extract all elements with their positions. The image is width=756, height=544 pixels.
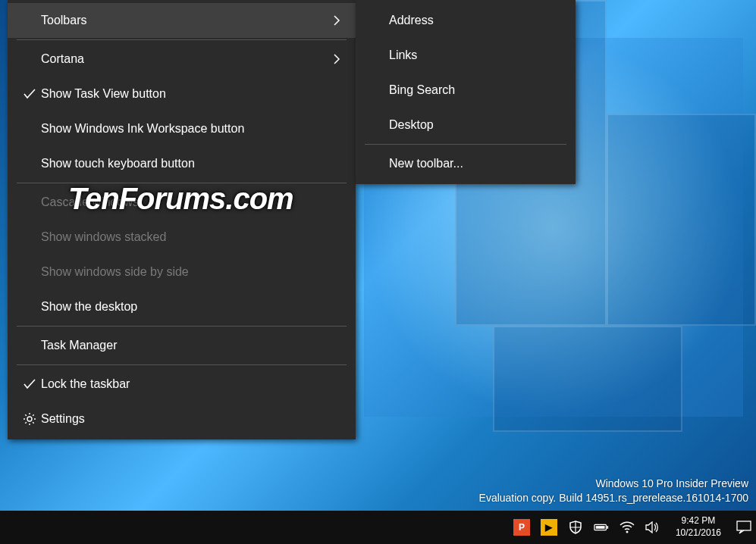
submenu-item-bing-search[interactable]: Bing Search bbox=[356, 73, 576, 108]
taskbar-clock[interactable]: 9:42 PM 10/21/2016 bbox=[671, 515, 726, 539]
menu-item-cortana[interactable]: Cortana bbox=[8, 42, 356, 77]
check-icon bbox=[18, 379, 41, 389]
menu-separator bbox=[17, 39, 347, 40]
menu-item-show-side-by-side: Show windows side by side bbox=[8, 255, 356, 289]
submenu-item-address[interactable]: Address bbox=[356, 3, 576, 38]
system-tray: P ▶ 9:42 PM 10/21/2016 bbox=[513, 515, 751, 539]
menu-label: Address bbox=[389, 14, 560, 27]
tray-app-icon[interactable]: ▶ bbox=[541, 519, 557, 536]
menu-label: Show Windows Ink Workspace button bbox=[41, 122, 325, 136]
taskbar[interactable]: P ▶ 9:42 PM 10/21/2016 bbox=[0, 511, 756, 544]
menu-item-task-manager[interactable]: Task Manager bbox=[8, 328, 356, 363]
desktop-decoration bbox=[607, 114, 756, 326]
menu-item-lock-taskbar[interactable]: Lock the taskbar bbox=[8, 367, 356, 402]
submenu-item-desktop[interactable]: Desktop bbox=[356, 108, 576, 142]
menu-item-cascade-windows: Cascade windows bbox=[8, 185, 356, 220]
menu-label: Show Task View button bbox=[41, 87, 325, 101]
svg-rect-4 bbox=[737, 521, 751, 530]
svg-rect-2 bbox=[596, 526, 605, 529]
watermark-line2: Evaluation copy. Build 14951.rs_prerelea… bbox=[479, 491, 748, 506]
menu-label: Cortana bbox=[41, 52, 325, 66]
menu-separator bbox=[17, 364, 347, 365]
svg-point-5 bbox=[27, 417, 32, 421]
gear-icon bbox=[18, 412, 41, 426]
menu-label: Show windows side by side bbox=[41, 265, 325, 279]
menu-label: New toolbar... bbox=[389, 157, 560, 170]
defender-icon[interactable] bbox=[568, 520, 583, 535]
check-icon bbox=[18, 89, 41, 99]
menu-item-settings[interactable]: Settings bbox=[8, 402, 356, 436]
menu-label: Bing Search bbox=[389, 83, 560, 97]
menu-label: Show the desktop bbox=[41, 300, 325, 314]
chevron-right-icon bbox=[325, 15, 340, 26]
menu-item-show-ink-workspace[interactable]: Show Windows Ink Workspace button bbox=[8, 111, 356, 146]
wifi-icon[interactable] bbox=[620, 520, 635, 535]
menu-item-toolbars[interactable]: Toolbars bbox=[8, 3, 356, 38]
desktop-decoration bbox=[493, 326, 682, 432]
menu-item-show-task-view[interactable]: Show Task View button bbox=[8, 77, 356, 111]
clock-date: 10/21/2016 bbox=[676, 527, 721, 539]
menu-label: Show touch keyboard button bbox=[41, 157, 325, 170]
chevron-right-icon bbox=[325, 54, 340, 64]
menu-label: Task Manager bbox=[41, 339, 325, 352]
desktop-watermark: Windows 10 Pro Insider Preview Evaluatio… bbox=[479, 477, 748, 506]
menu-separator bbox=[365, 144, 566, 145]
svg-point-3 bbox=[626, 531, 628, 533]
svg-rect-1 bbox=[607, 526, 608, 529]
battery-icon[interactable] bbox=[594, 520, 609, 535]
menu-label: Cascade windows bbox=[41, 195, 325, 209]
menu-item-show-desktop[interactable]: Show the desktop bbox=[8, 289, 356, 324]
menu-label: Desktop bbox=[389, 118, 560, 132]
menu-label: Toolbars bbox=[41, 14, 325, 27]
watermark-line1: Windows 10 Pro Insider Preview bbox=[479, 477, 748, 492]
menu-label: Show windows stacked bbox=[41, 230, 325, 244]
submenu-item-new-toolbar[interactable]: New toolbar... bbox=[356, 146, 576, 181]
menu-label: Lock the taskbar bbox=[41, 377, 325, 391]
volume-icon[interactable] bbox=[645, 520, 660, 535]
clock-time: 9:42 PM bbox=[676, 515, 721, 527]
menu-item-show-touch-keyboard[interactable]: Show touch keyboard button bbox=[8, 146, 356, 181]
menu-label: Settings bbox=[41, 412, 325, 426]
taskbar-context-menu: Toolbars Cortana Show Task View button S… bbox=[8, 0, 356, 439]
menu-label: Links bbox=[389, 48, 560, 62]
action-center-icon[interactable] bbox=[736, 520, 751, 535]
menu-item-show-stacked: Show windows stacked bbox=[8, 220, 356, 255]
submenu-item-links[interactable]: Links bbox=[356, 38, 576, 73]
menu-separator bbox=[17, 326, 347, 327]
tray-app-icon[interactable]: P bbox=[513, 519, 530, 536]
menu-separator bbox=[17, 183, 347, 183]
toolbars-submenu: Address Links Bing Search Desktop New to… bbox=[356, 0, 576, 184]
